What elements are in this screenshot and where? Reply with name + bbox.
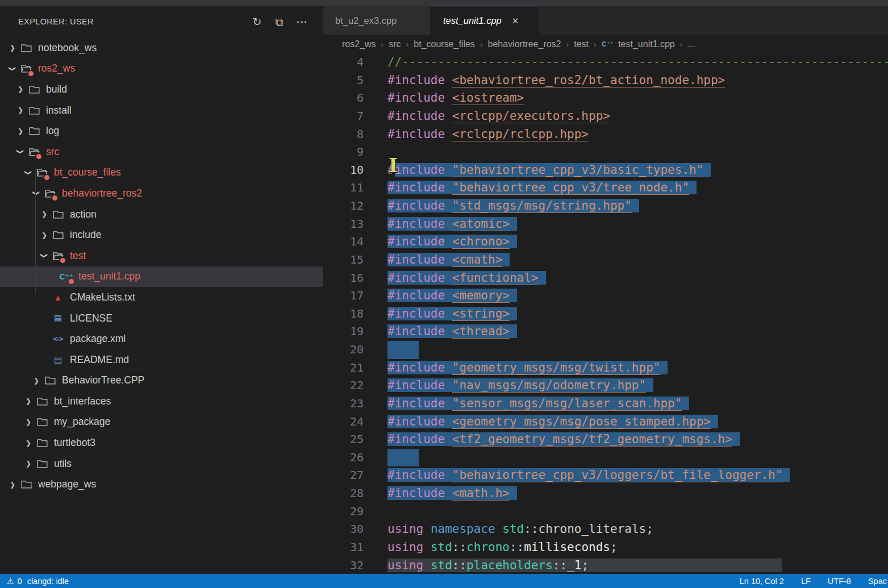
code-line-25[interactable]: 25#include <tf2_geometry_msgs/tf2_geomet… (323, 431, 888, 449)
breadcrumb-item-bt-course-files[interactable]: bt_course_files (414, 39, 475, 49)
breadcrumb-item-ros2-ws[interactable]: ros2_ws (342, 39, 376, 49)
code-line-8[interactable]: 8#include <rclcpp/rclcpp.hpp> (323, 126, 888, 144)
code-line-31[interactable]: 31using std::chrono::milliseconds; (323, 539, 888, 557)
chevron-right-icon[interactable]: ❯ (24, 460, 33, 468)
code-line-10[interactable]: 10#include "behaviortree_cpp_v3/basic_ty… (323, 161, 888, 180)
code-line-32[interactable]: 32using std::placeholders::_1; (323, 557, 888, 574)
folder-icon (27, 145, 41, 158)
breadcrumb-label: test_unit1.cpp (618, 39, 675, 49)
tree-item-notebook-ws[interactable]: ❯notebook_ws (0, 37, 323, 59)
code-line-22[interactable]: 22#include "nav_msgs/msg/odometry.hpp" (323, 377, 888, 395)
breadcrumb-item--[interactable]: ... (687, 39, 695, 49)
tree-item-build[interactable]: ❯build (0, 79, 323, 100)
tree-item-install[interactable]: ❯install (0, 100, 323, 121)
tree-item-turtlebot3[interactable]: ❯turtlebot3 (0, 432, 323, 453)
code-line-14[interactable]: 14#include <chrono> (323, 233, 888, 251)
code-line-28[interactable]: 28#include <math.h> (323, 485, 888, 503)
tree-item-license[interactable]: ▤LICENSE (0, 308, 323, 329)
tree-item-package-xml[interactable]: <·>package.xml (0, 328, 323, 349)
tree-item-test-unit1-cpp[interactable]: C⁺⁺test_unit1.cpp (0, 266, 323, 287)
close-icon[interactable]: ✕ (512, 16, 519, 26)
chevron-right-icon[interactable]: ❯ (16, 106, 25, 114)
chevron-right-icon[interactable]: ❯ (24, 418, 33, 426)
status-item-spac[interactable]: Spac (868, 577, 887, 586)
tree-item-cmakelists-txt[interactable]: ▲CMakeLists.txt (0, 287, 323, 308)
tree-item-bt-interfaces[interactable]: ❯bt_interfaces (0, 391, 323, 412)
tree-item-bt-course-files[interactable]: ❯bt_course_files (0, 162, 323, 184)
explorer-sidebar: EXPLORER: USER ↻⧉··· ❯notebook_ws❯ros2_w… (0, 6, 323, 574)
tree-item-my-package[interactable]: ❯my_package (0, 412, 323, 433)
breadcrumb-item-test[interactable]: test (574, 39, 589, 49)
token: #include (387, 109, 452, 123)
breadcrumb-item-test-unit1-cpp[interactable]: C⁺⁺test_unit1.cpp (602, 39, 675, 49)
token: std (502, 522, 524, 536)
breadcrumb-item-behaviortree-ros2[interactable]: behaviortree_ros2 (488, 39, 561, 49)
tab-test-unit1-cpp[interactable]: test_unit1.cpp✕ (431, 6, 539, 35)
code-line-12[interactable]: 12#include "std_msgs/msg/string.hpp" (323, 197, 888, 215)
status-item-utf-8[interactable]: UTF-8 (828, 577, 851, 586)
code-line-18[interactable]: 18#include <string> (323, 305, 888, 323)
chevron-right-icon[interactable]: ❯ (8, 481, 17, 489)
code-line-9[interactable]: 9 (323, 143, 888, 161)
tree-item-test[interactable]: ❯test (0, 245, 323, 266)
tab-bt-u2-ex3-cpp[interactable]: bt_u2_ex3.cpp (323, 6, 431, 35)
code-line-11[interactable]: 11#include "behaviortree_cpp_v3/tree_nod… (323, 179, 888, 197)
code-line-16[interactable]: 16#include <functional> (323, 269, 888, 287)
chevron-down-icon[interactable]: ❯ (9, 64, 16, 73)
code-line-19[interactable]: 19#include <thread> (323, 323, 888, 341)
chevron-right-icon[interactable]: ❯ (24, 439, 33, 447)
code-line-5[interactable]: 5#include <behaviortree_ros2/bt_action_n… (323, 72, 888, 90)
chevron-right-icon[interactable]: ❯ (16, 85, 25, 93)
code-line-15[interactable]: 15#include <cmath> (323, 251, 888, 269)
code-line-13[interactable]: 13#include <atomic> (323, 215, 888, 233)
chevron-down-icon[interactable]: ❯ (32, 189, 40, 198)
status-item-clangd-idle[interactable]: clangd: idle (27, 577, 69, 586)
tree-item-action[interactable]: ❯action (0, 204, 323, 225)
line-number: 17 (323, 287, 364, 305)
chevron-right-icon[interactable]: ❯ (8, 44, 17, 52)
code-line-27[interactable]: 27#include "behaviortree_cpp_v3/loggers/… (323, 466, 888, 485)
code-line-17[interactable]: 17#include <memory> (323, 287, 888, 305)
tree-item-include[interactable]: ❯include (0, 224, 323, 245)
chevron-right-icon[interactable]: ❯ (40, 210, 49, 218)
chevron-right-icon[interactable]: ❯ (24, 397, 33, 405)
chevron-right-icon[interactable]: ❯ (40, 231, 49, 239)
selection-highlight: #include <chrono> (387, 235, 517, 248)
code-line-29[interactable]: 29 (323, 503, 888, 521)
refresh-icon[interactable]: ↻ (253, 16, 262, 27)
code-line-20[interactable]: 20 (323, 341, 888, 359)
code-line-24[interactable]: 24#include <geometry_msgs/msg/pose_stamp… (323, 413, 888, 431)
collapse-all-icon[interactable]: ⧉ (275, 16, 283, 27)
tree-item-behaviortree-ros2[interactable]: ❯behaviortree_ros2 (0, 183, 323, 204)
code-line-21[interactable]: 21#include "geometry_msgs/msg/twist.hpp" (323, 359, 888, 377)
chevron-down-icon[interactable]: ❯ (16, 147, 24, 156)
chevron-down-icon[interactable]: ❯ (40, 251, 48, 260)
code-text: #include <geometry_msgs/msg/pose_stamped… (364, 413, 718, 431)
ellipsis-icon[interactable]: ··· (297, 17, 308, 27)
code-line-4[interactable]: 4//-------------------------------------… (323, 53, 888, 72)
folder-icon (51, 249, 65, 262)
code-line-7[interactable]: 7#include <rclcpp/executors.hpp> (323, 107, 888, 126)
breadcrumb-separator-icon: › (480, 40, 483, 49)
chevron-down-icon[interactable]: ❯ (24, 168, 32, 177)
tree-item-behaviortree-cpp[interactable]: ❯BehaviorTree.CPP (0, 370, 323, 391)
tree-item-utils[interactable]: ❯utils (0, 453, 323, 474)
breadcrumb-item-src[interactable]: src (389, 39, 401, 49)
code-lines[interactable]: 4//-------------------------------------… (323, 53, 888, 574)
code-line-23[interactable]: 23#include "sensor_msgs/msg/laser_scan.h… (323, 395, 888, 413)
chevron-right-icon[interactable]: ❯ (16, 127, 25, 135)
status-item-ln-10-col-2[interactable]: Ln 10, Col 2 (740, 577, 784, 586)
tree-item-ros2-ws[interactable]: ❯ros2_ws (0, 59, 323, 80)
code-line-6[interactable]: 6#include <iostream> (323, 89, 888, 107)
tree-item-webpage-ws[interactable]: ❯webpage_ws (0, 474, 323, 495)
line-number: 29 (323, 503, 364, 521)
status-item-0[interactable]: ⚠0 (7, 577, 22, 586)
tree-item-readme-md[interactable]: ▤README.md (0, 349, 323, 370)
explorer-header: EXPLORER: USER ↻⧉··· (0, 6, 323, 37)
chevron-right-icon[interactable]: ❯ (32, 377, 41, 385)
tree-item-src[interactable]: ❯src (0, 141, 323, 162)
code-line-26[interactable]: 26 (323, 449, 888, 467)
code-line-30[interactable]: 30using namespace std::chrono_literals; (323, 520, 888, 539)
tree-item-log[interactable]: ❯log (0, 120, 323, 141)
status-item-lf[interactable]: LF (801, 577, 811, 586)
